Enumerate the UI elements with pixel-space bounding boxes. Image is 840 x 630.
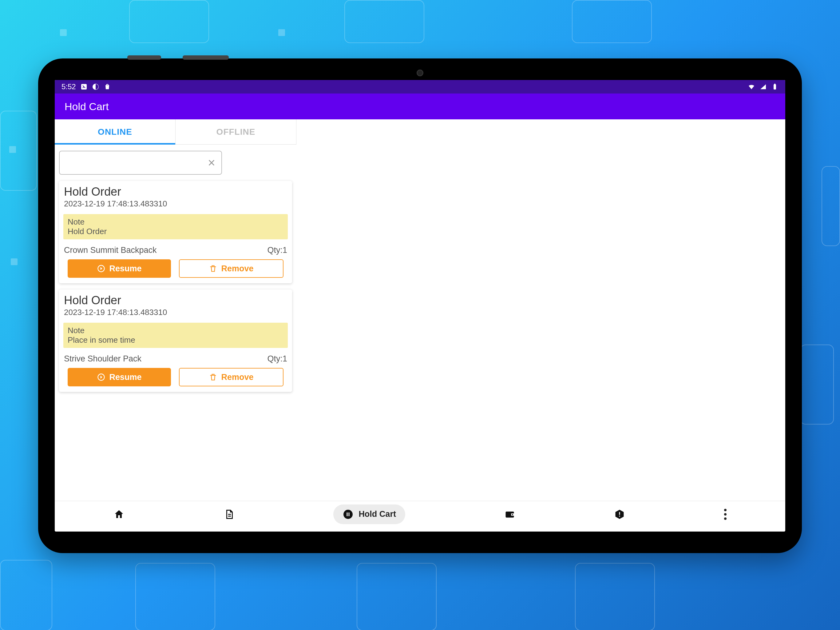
search-input[interactable] <box>64 158 203 168</box>
svg-point-11 <box>512 514 513 515</box>
search-box <box>59 151 222 175</box>
product-qty: Qty:1 <box>267 245 287 255</box>
status-icon-circle <box>92 83 99 90</box>
bg-decoration <box>821 166 840 246</box>
alert-icon <box>614 509 625 520</box>
more-vert-icon <box>724 509 726 520</box>
nav-hold-cart[interactable]: Hold Cart <box>333 505 405 524</box>
app-title: Hold Cart <box>65 101 109 112</box>
trash-icon <box>209 264 217 273</box>
clear-search-button[interactable] <box>206 157 217 168</box>
order-line-item: Strive Shoulder Pack Qty:1 <box>59 351 292 368</box>
tab-offline[interactable]: OFFLINE <box>175 119 297 144</box>
bg-decoration <box>572 0 652 43</box>
tablet-frame: 5:52 <box>38 59 802 553</box>
arrow-right-circle-icon <box>97 373 106 381</box>
order-line-item: Crown Summit Backpack Qty:1 <box>59 243 292 259</box>
order-note: Note Hold Order <box>63 214 288 239</box>
wifi-icon <box>748 83 755 90</box>
close-icon <box>207 158 216 167</box>
status-icon-app <box>80 83 88 90</box>
bg-decoration <box>344 0 424 43</box>
bg-decoration <box>800 345 834 424</box>
product-qty: Qty:1 <box>267 354 287 364</box>
svg-rect-8 <box>349 513 350 516</box>
screen: 5:52 <box>55 80 785 532</box>
app-bar: Hold Cart <box>55 93 785 119</box>
order-title: Hold Order <box>59 185 292 198</box>
status-bar: 5:52 <box>55 80 785 93</box>
bg-decoration <box>135 563 215 630</box>
status-time: 5:52 <box>62 82 76 91</box>
bottom-nav: Hold Cart <box>55 501 785 527</box>
tab-online[interactable]: ONLINE <box>55 119 175 144</box>
nav-alert[interactable] <box>614 509 625 520</box>
nav-wallet[interactable] <box>504 509 515 520</box>
nav-home[interactable] <box>114 509 125 520</box>
tablet-hw-button <box>183 55 229 60</box>
svg-rect-13 <box>619 516 620 516</box>
product-name: Crown Summit Backpack <box>64 245 157 255</box>
tablet-camera <box>417 70 423 76</box>
status-icon-bag <box>104 83 111 90</box>
resume-label: Resume <box>109 372 141 382</box>
content-area: ONLINE OFFLINE Hold Order 2023-12-19 17:… <box>55 119 785 501</box>
remove-label: Remove <box>221 264 253 274</box>
left-panel: ONLINE OFFLINE Hold Order 2023-12-19 17:… <box>55 119 297 501</box>
svg-rect-12 <box>619 512 620 514</box>
order-note: Note Place in some time <box>63 323 288 348</box>
bg-decoration <box>0 111 37 191</box>
resume-label: Resume <box>109 264 141 274</box>
battery-icon <box>771 83 778 90</box>
remove-button[interactable]: Remove <box>179 259 284 278</box>
bg-decoration <box>278 29 285 36</box>
hold-order-card: Hold Order 2023-12-19 17:48:13.483310 No… <box>59 181 292 283</box>
resume-button[interactable]: Resume <box>68 368 171 386</box>
order-list: Hold Order 2023-12-19 17:48:13.483310 No… <box>55 179 297 394</box>
bg-decoration <box>9 146 16 153</box>
home-indicator <box>55 527 785 532</box>
resume-button[interactable]: Resume <box>68 259 171 278</box>
order-timestamp: 2023-12-19 17:48:13.483310 <box>59 307 292 321</box>
pause-circle-icon <box>343 509 354 520</box>
bg-decoration <box>60 29 67 36</box>
remove-button[interactable]: Remove <box>179 368 284 386</box>
nav-more[interactable] <box>724 509 726 520</box>
product-name: Strive Shoulder Pack <box>64 354 141 364</box>
tablet-hw-button <box>127 55 161 60</box>
note-text: Hold Order <box>68 227 107 236</box>
bg-decoration <box>357 563 437 630</box>
hold-order-card: Hold Order 2023-12-19 17:48:13.483310 No… <box>59 290 292 392</box>
note-label: Note <box>68 217 284 227</box>
svg-rect-2 <box>774 84 776 90</box>
order-timestamp: 2023-12-19 17:48:13.483310 <box>59 198 292 212</box>
svg-rect-7 <box>347 513 348 516</box>
svg-rect-3 <box>774 84 775 85</box>
arrow-right-circle-icon <box>97 264 106 273</box>
bg-decoration <box>575 563 655 630</box>
bg-decoration <box>0 560 52 630</box>
trash-icon <box>209 373 217 381</box>
order-title: Hold Order <box>59 294 292 307</box>
svg-point-6 <box>343 510 353 519</box>
bg-decoration <box>129 0 209 43</box>
remove-label: Remove <box>221 372 253 382</box>
nav-document[interactable] <box>224 509 235 520</box>
signal-icon <box>759 83 767 90</box>
note-text: Place in some time <box>68 335 135 345</box>
tabs: ONLINE OFFLINE <box>55 119 297 144</box>
note-label: Note <box>68 326 284 335</box>
home-icon <box>114 509 125 520</box>
wallet-icon <box>504 509 515 520</box>
bg-decoration <box>11 258 17 265</box>
document-icon <box>224 509 235 520</box>
nav-hold-cart-label: Hold Cart <box>358 510 396 519</box>
